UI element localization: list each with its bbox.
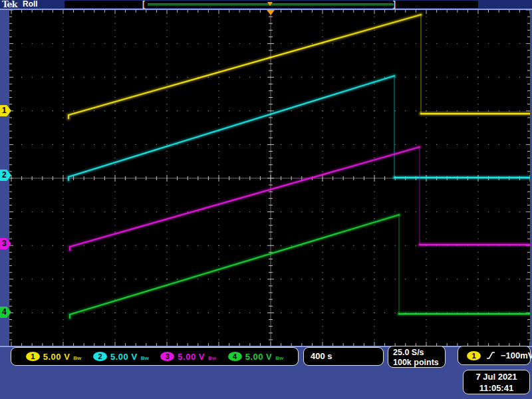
bandwidth-icon: Bw [275, 355, 283, 361]
tek-logo: Tek [2, 0, 17, 9]
channel-1-scale-value: 5.00 V [43, 352, 70, 362]
rising-edge-icon [486, 351, 495, 360]
channel-2-readout[interactable]: 25.00 VBw [93, 352, 149, 362]
record-view-trigger-marker-icon [267, 2, 273, 6]
waveform-display-area [9, 10, 530, 346]
bandwidth-icon: Bw [208, 355, 216, 361]
time-value: 11:05:41 [464, 382, 529, 394]
channel-readouts-box[interactable]: 15.00 VBw25.00 VBw35.00 VBw45.00 VBw [11, 347, 299, 366]
trigger-level-value: −100mV [501, 350, 532, 360]
channel-1-badge: 1 [26, 352, 40, 361]
channel-3-badge: 3 [160, 352, 174, 361]
channel-4-badge: 4 [228, 352, 242, 361]
bandwidth-icon: Bw [73, 355, 81, 361]
record-view-left-bracket: [ [142, 0, 145, 9]
channel-4-scale-value: 5.00 V [245, 352, 273, 362]
acquisition-mode-label: Roll [23, 0, 38, 9]
channel-4-readout[interactable]: 45.00 VBw [228, 352, 284, 362]
acquisition-readout[interactable]: 25.0 S/s 100k points [388, 346, 446, 368]
record-length-value: 100k points [393, 358, 445, 368]
waveform-traces [9, 10, 530, 346]
trigger-source-badge: 1 [467, 351, 481, 360]
channel-3-scale-value: 5.00 V [178, 352, 205, 362]
trigger-position-marker[interactable] [267, 10, 275, 15]
sample-rate-value: 25.0 S/s [393, 348, 445, 358]
channel-2-badge: 2 [93, 352, 107, 361]
titlebar: Tek Roll [ ] [0, 0, 532, 9]
bandwidth-icon: Bw [141, 355, 149, 361]
horizontal-scale-readout[interactable]: 400 s [303, 347, 384, 366]
record-view-bar[interactable]: [ ] [65, 1, 478, 8]
record-view-right-bracket: ] [393, 0, 396, 9]
channel-2-scale-value: 5.00 V [110, 352, 138, 362]
channel-3-readout[interactable]: 35.00 VBw [160, 352, 216, 362]
horizontal-scale-value: 400 s [311, 351, 332, 361]
channel-1-readout[interactable]: 15.00 VBw [26, 352, 82, 362]
trigger-readout[interactable]: 1 −100mV [458, 346, 531, 365]
datetime-display: 7 Jul 2021 11:05:41 [463, 370, 530, 394]
date-value: 7 Jul 2021 [464, 371, 529, 382]
oscilloscope-screen: Tek Roll [ ] 1234 15.00 VBw25.00 VBw35.0… [0, 0, 532, 399]
